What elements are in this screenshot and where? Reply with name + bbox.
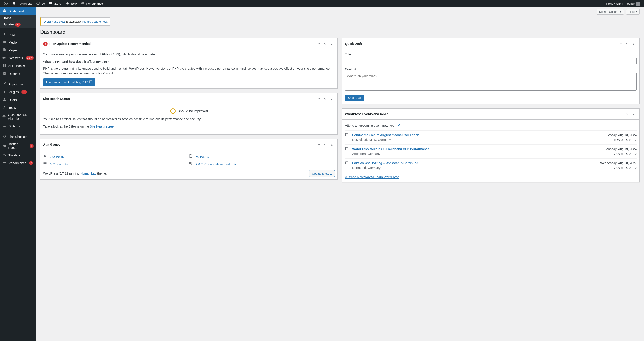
comments-count: 2,073	[54, 2, 62, 5]
new-label: New	[71, 2, 77, 5]
plus-icon	[65, 1, 70, 6]
site-name: Hyman Lab	[18, 2, 32, 5]
gauge-icon	[80, 1, 85, 6]
admin-bar: Hyman Lab 30 2,073 New Performance Howdy…	[0, 0, 644, 7]
home-icon	[12, 1, 16, 6]
howdy-text: Howdy, Sami Friedrich	[606, 2, 635, 5]
new-link[interactable]: New	[64, 0, 79, 7]
performance-label: Performance	[86, 2, 103, 5]
comment-icon	[48, 1, 53, 6]
site-name-link[interactable]: Hyman Lab	[10, 0, 34, 7]
updates-count: 30	[42, 2, 45, 5]
comments-link[interactable]: 2,073	[47, 0, 64, 7]
avatar-icon	[636, 1, 640, 5]
wordpress-icon	[4, 1, 8, 6]
performance-link[interactable]: Performance	[79, 0, 105, 7]
howdy-user[interactable]: Howdy, Sami Friedrich	[604, 0, 642, 7]
updates-link[interactable]: 30	[34, 0, 46, 7]
wp-logo[interactable]	[2, 0, 10, 7]
refresh-icon	[36, 1, 40, 6]
